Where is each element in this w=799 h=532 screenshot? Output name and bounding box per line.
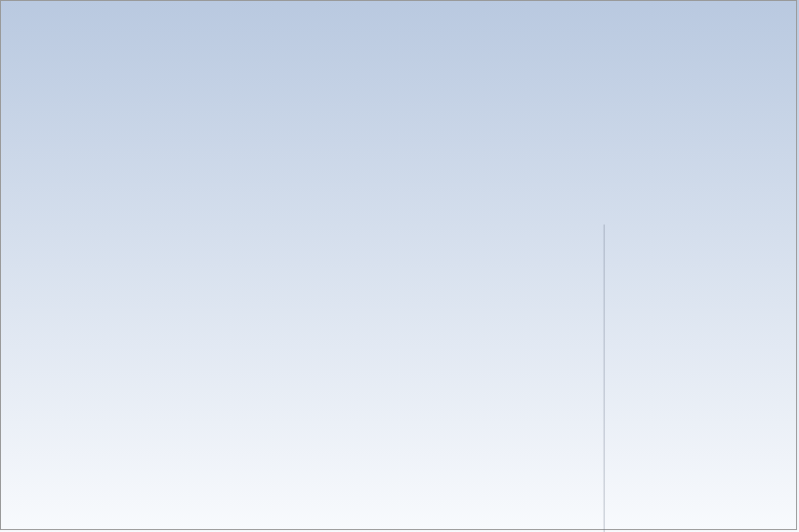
guide-line: [604, 225, 605, 532]
diagram-frame: [0, 0, 797, 530]
